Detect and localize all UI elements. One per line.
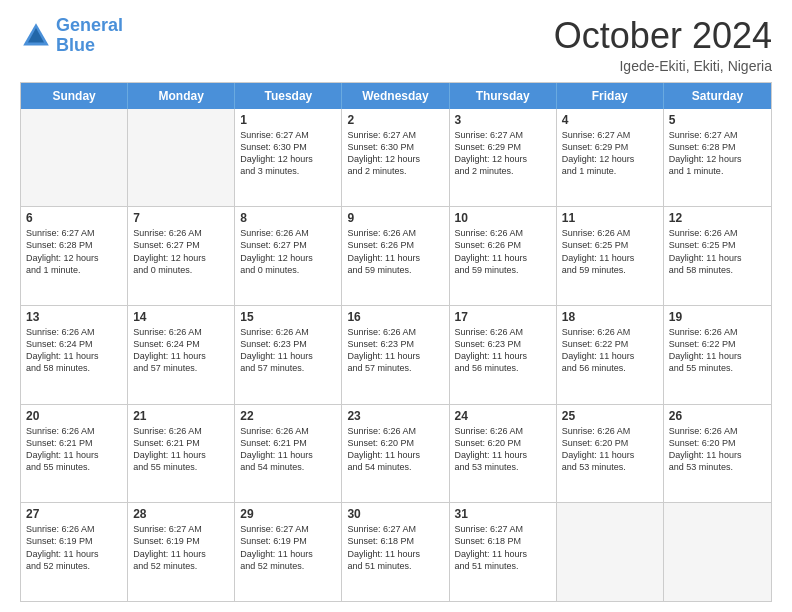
calendar-cell: 25Sunrise: 6:26 AMSunset: 6:20 PMDayligh…	[557, 405, 664, 503]
day-number: 17	[455, 310, 551, 324]
cell-line: Daylight: 12 hours	[240, 153, 336, 165]
day-number: 9	[347, 211, 443, 225]
cell-line: Sunrise: 6:26 AM	[347, 326, 443, 338]
cell-line: Sunrise: 6:26 AM	[455, 326, 551, 338]
cell-line: Sunset: 6:20 PM	[669, 437, 766, 449]
cell-line: and 1 minute.	[562, 165, 658, 177]
cell-line: and 58 minutes.	[669, 264, 766, 276]
subtitle: Igede-Ekiti, Ekiti, Nigeria	[554, 58, 772, 74]
cell-line: and 57 minutes.	[240, 362, 336, 374]
cell-line: Daylight: 11 hours	[26, 548, 122, 560]
cell-line: and 59 minutes.	[347, 264, 443, 276]
cell-line: Sunrise: 6:26 AM	[669, 326, 766, 338]
calendar-cell	[128, 109, 235, 207]
day-number: 16	[347, 310, 443, 324]
calendar-cell: 5Sunrise: 6:27 AMSunset: 6:28 PMDaylight…	[664, 109, 771, 207]
calendar-cell: 18Sunrise: 6:26 AMSunset: 6:22 PMDayligh…	[557, 306, 664, 404]
day-number: 20	[26, 409, 122, 423]
cell-line: Sunset: 6:25 PM	[562, 239, 658, 251]
cell-line: Sunset: 6:20 PM	[562, 437, 658, 449]
cell-line: Sunset: 6:29 PM	[455, 141, 551, 153]
cell-line: Sunrise: 6:27 AM	[455, 523, 551, 535]
calendar: SundayMondayTuesdayWednesdayThursdayFrid…	[20, 82, 772, 602]
cell-line: Daylight: 11 hours	[562, 449, 658, 461]
cell-line: Sunset: 6:25 PM	[669, 239, 766, 251]
cell-line: Sunrise: 6:27 AM	[347, 523, 443, 535]
cell-line: and 54 minutes.	[240, 461, 336, 473]
calendar-cell: 22Sunrise: 6:26 AMSunset: 6:21 PMDayligh…	[235, 405, 342, 503]
cell-line: Sunrise: 6:26 AM	[26, 523, 122, 535]
calendar-cell: 28Sunrise: 6:27 AMSunset: 6:19 PMDayligh…	[128, 503, 235, 601]
calendar-cell	[664, 503, 771, 601]
calendar-row: 13Sunrise: 6:26 AMSunset: 6:24 PMDayligh…	[21, 306, 771, 405]
calendar-row: 27Sunrise: 6:26 AMSunset: 6:19 PMDayligh…	[21, 503, 771, 601]
cell-line: Sunrise: 6:26 AM	[240, 227, 336, 239]
day-number: 27	[26, 507, 122, 521]
calendar-cell: 14Sunrise: 6:26 AMSunset: 6:24 PMDayligh…	[128, 306, 235, 404]
calendar-cell: 21Sunrise: 6:26 AMSunset: 6:21 PMDayligh…	[128, 405, 235, 503]
calendar-cell: 10Sunrise: 6:26 AMSunset: 6:26 PMDayligh…	[450, 207, 557, 305]
cell-line: and 52 minutes.	[133, 560, 229, 572]
day-number: 4	[562, 113, 658, 127]
day-number: 12	[669, 211, 766, 225]
cell-line: Sunrise: 6:26 AM	[562, 326, 658, 338]
calendar-day-header: Saturday	[664, 83, 771, 109]
calendar-cell: 12Sunrise: 6:26 AMSunset: 6:25 PMDayligh…	[664, 207, 771, 305]
calendar-cell: 24Sunrise: 6:26 AMSunset: 6:20 PMDayligh…	[450, 405, 557, 503]
calendar-cell: 6Sunrise: 6:27 AMSunset: 6:28 PMDaylight…	[21, 207, 128, 305]
day-number: 29	[240, 507, 336, 521]
logo-text: General Blue	[56, 16, 123, 56]
cell-line: Sunrise: 6:26 AM	[669, 227, 766, 239]
cell-line: and 53 minutes.	[669, 461, 766, 473]
cell-line: Daylight: 11 hours	[455, 548, 551, 560]
cell-line: Sunset: 6:27 PM	[240, 239, 336, 251]
day-number: 6	[26, 211, 122, 225]
cell-line: Sunset: 6:26 PM	[455, 239, 551, 251]
cell-line: Daylight: 11 hours	[240, 449, 336, 461]
day-number: 11	[562, 211, 658, 225]
day-number: 22	[240, 409, 336, 423]
page: General Blue October 2024 Igede-Ekiti, E…	[0, 0, 792, 612]
cell-line: Daylight: 11 hours	[347, 252, 443, 264]
day-number: 2	[347, 113, 443, 127]
calendar-cell: 31Sunrise: 6:27 AMSunset: 6:18 PMDayligh…	[450, 503, 557, 601]
cell-line: Daylight: 11 hours	[26, 449, 122, 461]
cell-line: Daylight: 12 hours	[240, 252, 336, 264]
cell-line: Sunrise: 6:26 AM	[26, 425, 122, 437]
cell-line: and 52 minutes.	[26, 560, 122, 572]
calendar-cell: 19Sunrise: 6:26 AMSunset: 6:22 PMDayligh…	[664, 306, 771, 404]
day-number: 13	[26, 310, 122, 324]
cell-line: Sunrise: 6:27 AM	[669, 129, 766, 141]
cell-line: Daylight: 12 hours	[669, 153, 766, 165]
cell-line: and 54 minutes.	[347, 461, 443, 473]
calendar-cell: 9Sunrise: 6:26 AMSunset: 6:26 PMDaylight…	[342, 207, 449, 305]
cell-line: Sunset: 6:30 PM	[240, 141, 336, 153]
cell-line: and 52 minutes.	[240, 560, 336, 572]
cell-line: Daylight: 11 hours	[455, 350, 551, 362]
cell-line: Sunset: 6:28 PM	[26, 239, 122, 251]
cell-line: Sunrise: 6:26 AM	[240, 326, 336, 338]
cell-line: and 53 minutes.	[562, 461, 658, 473]
cell-line: Sunset: 6:20 PM	[455, 437, 551, 449]
cell-line: and 1 minute.	[669, 165, 766, 177]
cell-line: Sunrise: 6:26 AM	[133, 326, 229, 338]
calendar-cell: 11Sunrise: 6:26 AMSunset: 6:25 PMDayligh…	[557, 207, 664, 305]
calendar-cell: 30Sunrise: 6:27 AMSunset: 6:18 PMDayligh…	[342, 503, 449, 601]
day-number: 23	[347, 409, 443, 423]
cell-line: Sunset: 6:18 PM	[455, 535, 551, 547]
calendar-day-header: Thursday	[450, 83, 557, 109]
cell-line: Sunset: 6:27 PM	[133, 239, 229, 251]
title-block: October 2024 Igede-Ekiti, Ekiti, Nigeria	[554, 16, 772, 74]
day-number: 1	[240, 113, 336, 127]
calendar-body: 1Sunrise: 6:27 AMSunset: 6:30 PMDaylight…	[21, 109, 771, 601]
cell-line: Sunrise: 6:27 AM	[347, 129, 443, 141]
cell-line: and 58 minutes.	[26, 362, 122, 374]
cell-line: and 0 minutes.	[133, 264, 229, 276]
cell-line: Sunset: 6:19 PM	[240, 535, 336, 547]
cell-line: Sunset: 6:28 PM	[669, 141, 766, 153]
day-number: 30	[347, 507, 443, 521]
cell-line: Sunset: 6:18 PM	[347, 535, 443, 547]
cell-line: Sunrise: 6:26 AM	[669, 425, 766, 437]
calendar-cell: 29Sunrise: 6:27 AMSunset: 6:19 PMDayligh…	[235, 503, 342, 601]
cell-line: Sunset: 6:23 PM	[240, 338, 336, 350]
